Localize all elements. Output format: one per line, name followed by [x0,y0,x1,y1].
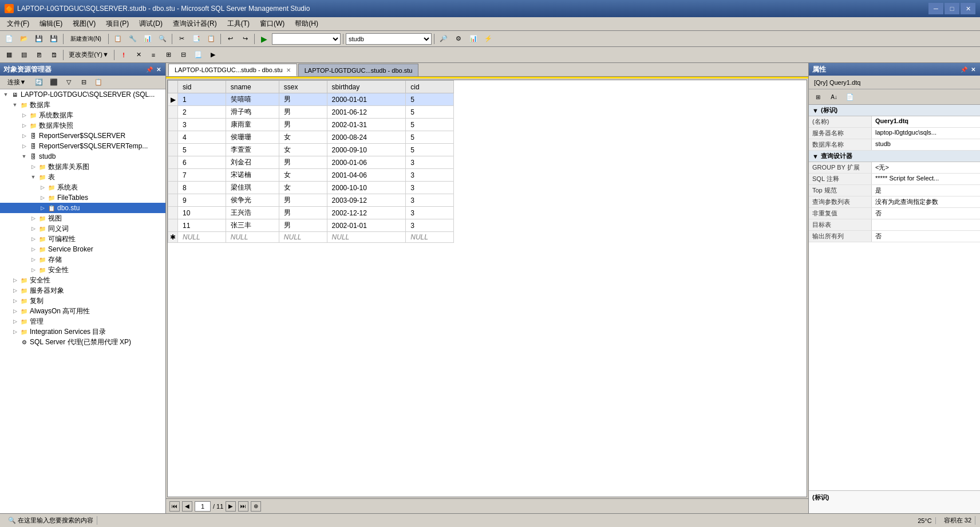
col-sbirthday-header[interactable]: sbirthday [327,81,406,93]
oe-collapse-btn[interactable]: ⊟ [77,76,90,89]
tree-expand-14[interactable]: ▷ [29,234,38,243]
tree-expand-16[interactable]: ▷ [29,255,38,264]
table-cell[interactable]: 男 [279,219,327,232]
tree-item-20[interactable]: ▷📁复制 [0,296,165,306]
save-all-btn[interactable]: 💾 [47,33,61,45]
table-cell[interactable]: 侯争光 [226,194,279,207]
table-row[interactable]: 10王兴浩男2002-12-123 [168,207,454,219]
table-cell[interactable]: 3 [406,156,454,169]
table-row[interactable]: 3康雨童男2002-01-315 [168,119,454,131]
oe-close-btn[interactable]: ✕ [155,66,162,73]
toolbar-btn-run[interactable]: ▶ [257,33,271,45]
tree-item-19[interactable]: ▷📁服务器对象 [0,285,165,296]
menu-project[interactable]: 项目(P) [101,18,133,30]
table-cell[interactable]: 2 [178,106,226,119]
table-row[interactable]: 2滑子鸣男2001-06-125 [168,106,454,119]
table-cell[interactable]: 3 [406,182,454,194]
table-cell[interactable]: 2002-01-31 [327,119,406,131]
table-row[interactable]: 8梁佳琪女2000-10-103 [168,182,454,194]
page-status-btn[interactable]: ⊕ [251,501,261,512]
tree-item-3[interactable]: ▷📁数据库快照 [0,120,165,131]
table-cell[interactable]: 10 [178,207,226,219]
tab-0-close[interactable]: ✕ [286,67,291,73]
tree-item-16[interactable]: ▷📁存储 [0,254,165,265]
tree-expand-18[interactable]: ▷ [10,276,19,285]
menu-debug[interactable]: 调试(D) [135,18,167,30]
tree-expand-24[interactable] [10,337,19,347]
tree-expand-5[interactable]: ▷ [19,141,29,151]
tree-item-22[interactable]: ▷📁管理 [0,316,165,327]
tb2-btn-add-table[interactable]: ⊞ [161,49,175,61]
table-cell[interactable]: 5 [178,144,226,156]
table-cell[interactable]: 9 [178,194,226,207]
tree-item-10[interactable]: ▷📁FileTables [0,192,165,203]
table-cell[interactable]: 男 [279,119,327,131]
maximize-button[interactable]: □ [945,3,959,14]
tb2-btn4[interactable]: 🖺 [47,49,61,61]
table-cell[interactable]: 宋诺楠 [226,169,279,182]
tree-expand-21[interactable]: ▷ [10,306,19,316]
tree-expand-1[interactable]: ▼ [10,100,19,109]
tab-0[interactable]: LAPTOP-L0GTDGUC...studb - dbo.stu ✕ [168,64,297,76]
prop-section-identity[interactable]: ▼ (标识) [809,105,980,116]
table-cell[interactable]: 滑子鸣 [226,106,279,119]
open-btn[interactable]: 📂 [17,33,31,45]
table-cell[interactable]: 5 [406,131,454,144]
table-cell[interactable]: 李萱萱 [226,144,279,156]
toolbar-btn-undo[interactable]: ↩ [223,33,237,45]
table-row[interactable]: ✱NULLNULLNULLNULLNULL [168,232,454,243]
table-row[interactable]: 6刘金召男2000-01-063 [168,156,454,169]
col-ssex-header[interactable]: ssex [279,81,327,93]
table-cell[interactable]: 1 [178,93,226,106]
tree-item-24[interactable]: ⚙SQL Server 代理(已禁用代理 XP) [0,337,165,347]
tree-expand-9[interactable]: ▷ [38,183,47,192]
table-cell[interactable]: 刘金召 [226,156,279,169]
tree-expand-12[interactable]: ▷ [29,214,38,223]
table-cell[interactable]: 3 [178,119,226,131]
table-cell[interactable]: 3 [406,169,454,182]
table-row[interactable]: 7宋诺楠女2001-04-063 [168,169,454,182]
toolbar-btn-misc1[interactable]: 🔎 [437,33,451,45]
toolbar-btn-copy[interactable]: 📑 [189,33,203,45]
tree-item-2[interactable]: ▷📁系统数据库 [0,110,165,120]
table-cell[interactable]: 男 [279,207,327,219]
table-cell[interactable]: 男 [279,156,327,169]
toolbar-btn-misc2[interactable]: ⚙ [452,33,465,45]
menu-file[interactable]: 文件(F) [2,18,34,30]
tree-item-17[interactable]: ▷📁安全性 [0,265,165,275]
tree-item-12[interactable]: ▷📁视图 [0,213,165,223]
oe-summary-btn[interactable]: 📋 [92,76,105,89]
tree-expand-11[interactable]: ▷ [38,203,47,213]
tree-item-1[interactable]: ▼📁数据库 [0,100,165,110]
toolbar-btn-3[interactable]: 📋 [111,33,125,45]
table-cell[interactable]: 男 [279,194,327,207]
table-cell[interactable]: 6 [178,156,226,169]
prop-section-qd[interactable]: ▼ 查询设计器 [809,151,980,162]
table-cell[interactable]: 2000-08-24 [327,131,406,144]
table-row[interactable]: 4侯珊珊女2000-08-245 [168,131,454,144]
table-cell[interactable]: NULL [406,232,454,243]
tree-item-11[interactable]: ▷📋dbo.stu [0,203,165,213]
table-cell[interactable]: 女 [279,182,327,194]
tree-expand-20[interactable]: ▷ [10,296,19,305]
page-first-btn[interactable]: ⏮ [169,501,180,512]
table-cell[interactable]: 梁佳琪 [226,182,279,194]
table-cell[interactable]: 2000-10-10 [327,182,406,194]
prop-pages-btn[interactable]: 📄 [843,91,857,103]
tree-expand-6[interactable]: ▼ [19,152,29,161]
tree-item-23[interactable]: ▷📁Integration Services 目录 [0,327,165,337]
table-cell[interactable]: 张三丰 [226,219,279,232]
tree-item-21[interactable]: ▷📁AlwaysOn 高可用性 [0,306,165,316]
tree-item-7[interactable]: ▷📁数据库关系图 [0,162,165,172]
toolbar-btn-paste[interactable]: 📋 [204,33,218,45]
tree-item-5[interactable]: ▷🗄ReportServer$SQLSERVERTemp... [0,141,165,151]
tree-expand-3[interactable]: ▷ [19,121,29,130]
table-cell[interactable]: 2000-09-10 [327,144,406,156]
tb2-btn-sql[interactable]: ≡ [147,49,160,61]
table-cell[interactable]: 4 [178,131,226,144]
tb2-btn-exclaim[interactable]: ! [117,49,131,61]
table-cell[interactable]: 5 [406,106,454,119]
tree-expand-7[interactable]: ▷ [29,162,38,171]
col-cid-header[interactable]: cid [406,81,454,93]
toolbar-btn-misc3[interactable]: 📊 [467,33,480,45]
